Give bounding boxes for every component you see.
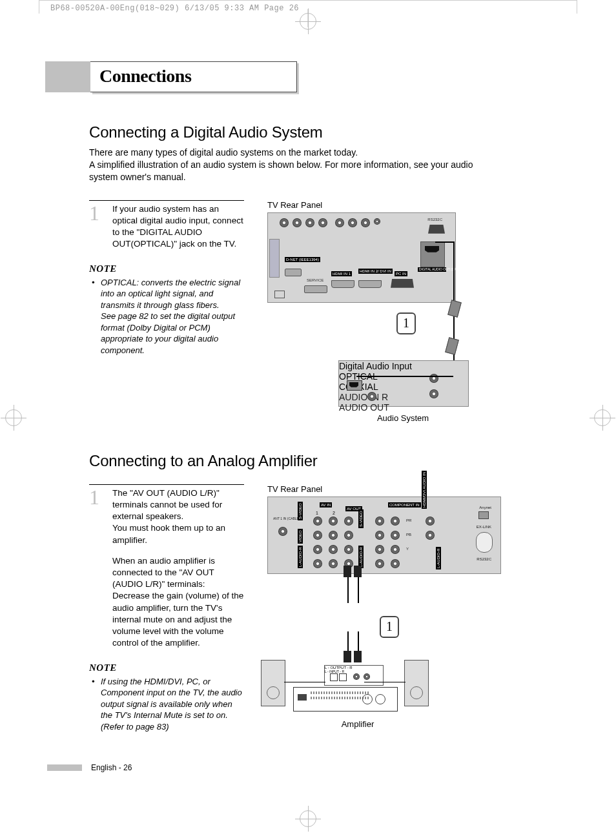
section1-title: Connecting a Digital Audio System <box>89 123 555 141</box>
audio-system-diagram: Digital Audio Input OPTICAL COAXIAL AUDI… <box>338 360 469 407</box>
tv-rear-panel-diagram-1: RS232C DIGITAL AUDIO OUT (OPTICAL) D-NET… <box>267 212 456 303</box>
page-title: Connections <box>90 61 297 92</box>
note-heading: NOTE <box>89 662 244 673</box>
section1-step: 1 If your audio system has an optical di… <box>89 203 244 251</box>
section1-intro: There are many types of digital audio sy… <box>89 147 502 183</box>
amplifier-diagram: L - OUTPUT - R L - INPUT - R <box>261 665 429 710</box>
section2-note: If using the HDMI/DVI, PC, or Component … <box>89 676 244 733</box>
diagram-step-badge-1: 1 <box>396 312 416 334</box>
crop-mark-right <box>594 409 611 426</box>
tv-rear-panel-label-2: TV Rear Panel <box>267 484 555 494</box>
diagram-step-badge-2: 1 <box>380 616 399 638</box>
section1-note: OPTICAL: converts the electric signal in… <box>89 277 244 356</box>
section2-title: Connecting to an Analog Amplifier <box>89 452 555 470</box>
step-number-icon: 1 <box>89 484 99 511</box>
section2-step: 1 The "AV OUT (AUDIO L/R)" terminals can… <box>89 487 244 650</box>
print-header: BP68-00520A-00Eng(018~029) 6/13/05 9:33 … <box>50 4 299 13</box>
page-title-box: Connections <box>45 61 297 92</box>
amplifier-label: Amplifier <box>325 719 390 729</box>
tv-rear-panel-label: TV Rear Panel <box>267 200 555 210</box>
crop-mark-left <box>5 409 22 426</box>
audio-system-label: Audio System <box>364 413 442 423</box>
tv-rear-panel-diagram-2: ANT 1 IN (CABLE) AV IN 1 2 AV OUT <box>267 497 501 574</box>
step-number-icon: 1 <box>89 200 99 227</box>
crop-mark-bottom <box>300 810 316 827</box>
note-heading: NOTE <box>89 263 244 274</box>
page-footer: English - 26 <box>47 763 132 772</box>
crop-mark-top <box>300 13 316 30</box>
